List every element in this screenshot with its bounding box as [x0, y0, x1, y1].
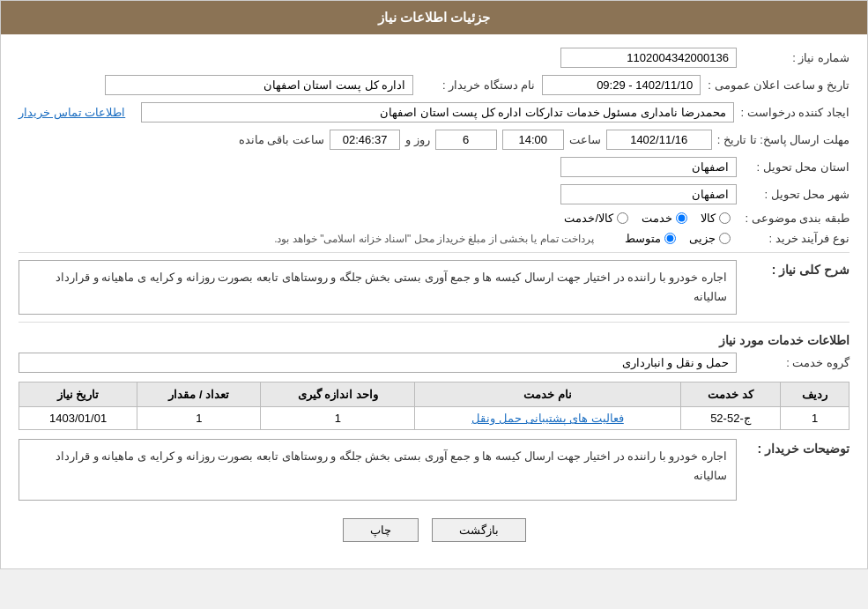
sharh-kolli-label: شرح کلی نیاز :: [744, 260, 849, 277]
page-title: جزئیات اطلاعات نیاز: [378, 10, 490, 25]
divider-1: [19, 252, 849, 253]
mohlet-pasokh-label: مهلت ارسال پاسخ: تا تاریخ :: [717, 133, 849, 146]
col-tarikh: تاریخ نیاز: [19, 382, 137, 407]
goroh-khedmat-value: حمل و نقل و انبارداری: [19, 353, 737, 373]
nam-dastgah-row: تاریخ و ساعت اعلان عمومی : 1402/11/10 - …: [19, 75, 849, 95]
table-body: 1 ج-52-52 فعالیت های پشتیبانی حمل ونقل 1…: [19, 407, 849, 430]
cell-tarikh: 1403/01/01: [19, 407, 137, 430]
ettelaat-khedamat-title: اطلاعات خدمات مورد نیاز: [19, 333, 849, 347]
goroh-khedmat-label: گروه خدمت :: [744, 356, 849, 369]
goroh-khedmat-row: گروه خدمت : حمل و نقل و انبارداری: [19, 353, 849, 373]
col-kod-khedmat: کد خدمت: [680, 382, 780, 407]
table-header: ردیف کد خدمت نام خدمت واحد اندازه گیری ت…: [19, 382, 849, 407]
kala-khedmat-radio-label: کالا/خدمت: [564, 212, 613, 225]
page-container: جزئیات اطلاعات نیاز شماره نیاز : 1102004…: [0, 0, 868, 569]
page-header: جزئیات اطلاعات نیاز: [1, 1, 867, 34]
ostan-row: استان محل تحویل : اصفهان: [19, 157, 849, 177]
cell-kod-khedmat: ج-52-52: [680, 407, 780, 430]
rooz-value: 6: [435, 130, 497, 150]
rooz-label: روز و: [405, 133, 430, 146]
jozii-radio-item: جزیی: [689, 232, 731, 245]
col-tedaad: تعداد / مقدار: [137, 382, 261, 407]
kala-radio[interactable]: [719, 212, 731, 224]
tabaqe-row: طبقه بندی موضوعی : کالا خدمت کالا/خدمت: [19, 212, 849, 225]
ettelaat-tamas-link[interactable]: اطلاعات تماس خریدار: [19, 106, 125, 119]
saat-baqi-value: 02:46:37: [330, 130, 400, 150]
nav-farayand-row: نوع فرآیند خرید : جزیی متوسط پرداخت تمام…: [19, 232, 849, 245]
divider-2: [19, 322, 849, 323]
saat-baqi-label: ساعت باقی مانده: [239, 133, 324, 146]
mottavasat-radio-item: متوسط: [625, 232, 676, 245]
ostan-value: اصفهان: [560, 157, 737, 177]
cell-nam-khedmat[interactable]: فعالیت های پشتیبانی حمل ونقل: [415, 407, 681, 430]
mottavasat-radio[interactable]: [664, 233, 676, 244]
tozihat-row: توضیحات خریدار : اجاره خودرو با راننده د…: [19, 439, 849, 501]
shomare-niaz-row: شماره نیاز : 1102004342000136: [19, 48, 849, 68]
shahr-label: شهر محل تحویل :: [744, 188, 849, 201]
col-radif: ردیف: [781, 382, 849, 407]
shomare-niaz-label: شماره نیاز :: [744, 51, 849, 64]
tarikh-elan-label: تاریخ و ساعت اعلان عمومی :: [708, 78, 849, 92]
back-button[interactable]: بازگشت: [432, 518, 526, 542]
saat-label: ساعت: [569, 133, 601, 146]
main-content: شماره نیاز : 1102004342000136 تاریخ و سا…: [1, 34, 867, 568]
buttons-row: بازگشت چاپ: [19, 518, 849, 542]
nam-dastgah-label: نام دستگاه خریدار :: [420, 78, 535, 92]
tarikh-elan-value: 1402/11/10 - 09:29: [542, 75, 701, 95]
nam-dastgah-value: اداره کل پست استان اصفهان: [105, 75, 413, 95]
notice-text: پرداخت تمام یا بخشی از مبلغ خریداز محل "…: [274, 233, 594, 245]
kala-khedmat-radio[interactable]: [617, 212, 628, 224]
eijad-konande-label: ایجاد کننده درخواست :: [741, 106, 849, 119]
eijad-konande-value: محمدرضا نامداری مسئول خدمات تدارکات ادار…: [141, 102, 733, 123]
tabaqe-label: طبقه بندی موضوعی :: [744, 212, 849, 225]
cell-radif: 1: [781, 407, 849, 430]
mohlet-pasokh-row: مهلت ارسال پاسخ: تا تاریخ : 1402/11/16 س…: [19, 130, 849, 150]
shomare-niaz-value: 1102004342000136: [560, 48, 737, 68]
cell-vahad: 1: [261, 407, 415, 430]
tozihat-value: اجاره خودرو با راننده در اختیار جهت ارسا…: [19, 439, 737, 501]
nav-farayand-label: نوع فرآیند خرید :: [744, 232, 849, 245]
jozii-radio[interactable]: [719, 233, 731, 244]
ostan-label: استان محل تحویل :: [744, 160, 849, 174]
tozihat-label: توضیحات خریدار :: [744, 439, 849, 456]
shahr-row: شهر محل تحویل : اصفهان: [19, 184, 849, 204]
print-button[interactable]: چاپ: [343, 518, 419, 542]
khedmat-radio-item: خدمت: [642, 212, 687, 225]
kala-khedmat-radio-item: کالا/خدمت: [564, 212, 628, 225]
khedmat-radio[interactable]: [676, 212, 687, 224]
mottavasat-label: متوسط: [625, 232, 661, 245]
saat-pasokh-value: 14:00: [502, 130, 564, 150]
shahr-value: اصفهان: [560, 184, 737, 204]
kala-radio-item: کالا: [701, 212, 731, 225]
eijad-konande-row: ایجاد کننده درخواست : محمدرضا نامداری مس…: [19, 102, 849, 123]
table-header-row: ردیف کد خدمت نام خدمت واحد اندازه گیری ت…: [19, 382, 849, 407]
tarikh-pasokh-value: 1402/11/16: [606, 130, 712, 150]
table-row: 1 ج-52-52 فعالیت های پشتیبانی حمل ونقل 1…: [19, 407, 849, 430]
services-table: ردیف کد خدمت نام خدمت واحد اندازه گیری ت…: [19, 382, 849, 430]
col-nam-khedmat: نام خدمت: [415, 382, 681, 407]
col-vahad: واحد اندازه گیری: [261, 382, 415, 407]
sharh-kolli-value: اجاره خودرو با راننده در اختیار جهت ارسا…: [19, 260, 737, 315]
kala-radio-label: کالا: [701, 212, 716, 225]
cell-tedaad: 1: [137, 407, 261, 430]
sharh-kolli-row: شرح کلی نیاز : اجاره خودرو با راننده در …: [19, 260, 849, 315]
khedmat-radio-label: خدمت: [642, 212, 672, 225]
jozii-label: جزیی: [689, 232, 716, 245]
